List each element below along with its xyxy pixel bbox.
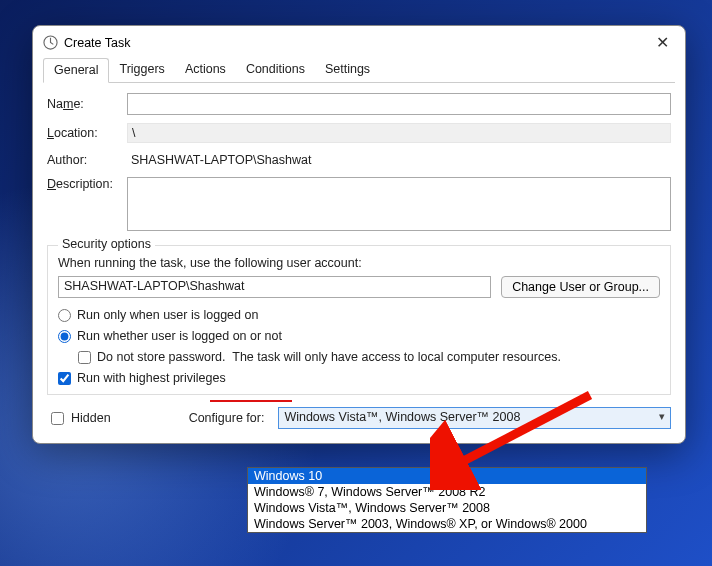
name-label: Name: bbox=[47, 97, 127, 111]
no-store-password-check[interactable]: Do not store password. The task will onl… bbox=[78, 350, 660, 364]
security-options-group: Security options When running the task, … bbox=[47, 245, 671, 395]
highest-privileges-label: Run with highest privileges bbox=[77, 371, 226, 385]
general-pane: Name: Location: \ Author: SHASHWAT-LAPTO… bbox=[33, 83, 685, 443]
dropdown-item-win10[interactable]: Windows 10 bbox=[248, 468, 646, 484]
security-options-title: Security options bbox=[58, 237, 155, 251]
author-label: Author: bbox=[47, 153, 127, 167]
configure-for-combo[interactable]: Windows Vista™, Windows Server™ 2008 bbox=[278, 407, 671, 429]
configure-for-dropdown: Windows 10 Windows® 7, Windows Server™ 2… bbox=[247, 467, 647, 533]
configure-for-label: Configure for: bbox=[189, 411, 265, 425]
hidden-label: Hidden bbox=[71, 411, 111, 425]
tab-triggers[interactable]: Triggers bbox=[109, 58, 174, 82]
tab-settings[interactable]: Settings bbox=[315, 58, 380, 82]
tab-bar: General Triggers Actions Conditions Sett… bbox=[43, 58, 675, 83]
run-logged-on-label: Run only when user is logged on bbox=[77, 308, 258, 322]
dropdown-item-win7[interactable]: Windows® 7, Windows Server™ 2008 R2 bbox=[248, 484, 646, 500]
description-label: Description: bbox=[47, 177, 127, 191]
task-icon bbox=[43, 35, 58, 50]
tab-actions[interactable]: Actions bbox=[175, 58, 236, 82]
name-input[interactable] bbox=[127, 93, 671, 115]
configure-for-selected: Windows Vista™, Windows Server™ 2008 bbox=[284, 410, 520, 424]
highest-privileges-check[interactable]: Run with highest privileges bbox=[58, 371, 660, 385]
change-user-button[interactable]: Change User or Group... bbox=[501, 276, 660, 298]
run-whether-radio[interactable]: Run whether user is logged on or not bbox=[58, 329, 660, 343]
no-store-password-label: Do not store password. The task will onl… bbox=[97, 350, 561, 364]
annotation-underline bbox=[210, 400, 292, 402]
dropdown-item-vista[interactable]: Windows Vista™, Windows Server™ 2008 bbox=[248, 500, 646, 516]
window-title: Create Task bbox=[64, 36, 650, 50]
dropdown-item-2003[interactable]: Windows Server™ 2003, Windows® XP, or Wi… bbox=[248, 516, 646, 532]
user-account-field: SHASHWAT-LAPTOP\Shashwat bbox=[58, 276, 491, 298]
author-value: SHASHWAT-LAPTOP\Shashwat bbox=[127, 151, 671, 169]
location-label: Location: bbox=[47, 126, 127, 140]
create-task-window: Create Task ✕ General Triggers Actions C… bbox=[32, 25, 686, 444]
tab-general[interactable]: General bbox=[43, 58, 109, 83]
close-icon[interactable]: ✕ bbox=[650, 33, 675, 52]
run-whether-label: Run whether user is logged on or not bbox=[77, 329, 282, 343]
description-input[interactable] bbox=[127, 177, 671, 231]
run-logged-on-radio[interactable]: Run only when user is logged on bbox=[58, 308, 660, 322]
location-value: \ bbox=[127, 123, 671, 143]
hidden-check[interactable]: Hidden bbox=[47, 409, 111, 428]
titlebar: Create Task ✕ bbox=[33, 26, 685, 58]
tab-conditions[interactable]: Conditions bbox=[236, 58, 315, 82]
user-account-prompt: When running the task, use the following… bbox=[58, 256, 660, 270]
